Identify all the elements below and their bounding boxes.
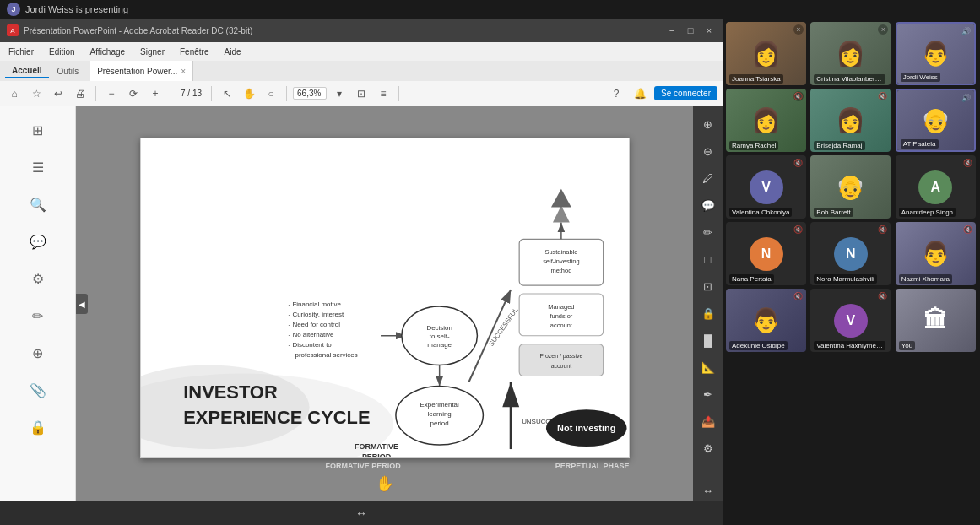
presenter-avatar: J <box>7 3 20 16</box>
svg-text:- Need for control: - Need for control <box>288 321 340 328</box>
svg-text:FORMATIVE: FORMATIVE <box>355 442 398 451</box>
menu-bar: Fichier Edition Affichage Signer Fenêtre… <box>0 42 723 61</box>
svg-text:period: period <box>430 419 448 427</box>
participant-name-0: Joanna Tsiarska <box>729 74 783 84</box>
sidebar-bookmarks[interactable]: ☰ <box>23 152 53 182</box>
bottom-bar: ↔ <box>0 501 723 525</box>
toolbar-page-prev[interactable]: ⟳ <box>124 84 143 103</box>
toolbar-print[interactable]: 🖨 <box>71 84 89 103</box>
scroll-mode[interactable]: ≡ <box>374 84 393 103</box>
close-window-button[interactable]: × <box>702 24 716 36</box>
pdf-tool-protect[interactable]: 🔒 <box>697 302 719 324</box>
doc-tab-close[interactable]: × <box>181 67 186 76</box>
participant-name-11: Nazmi Xhomara <box>899 274 952 284</box>
menu-affichage[interactable]: Affichage <box>87 46 129 58</box>
sidebar-signatures[interactable]: ✏ <box>23 300 53 331</box>
help-btn[interactable]: ? <box>607 84 625 103</box>
hand-tool[interactable]: ✋ <box>240 84 258 103</box>
se-connecter-btn[interactable]: Se connecter <box>654 86 717 100</box>
participant-mic-3: 🔇 <box>793 92 803 100</box>
participant-mic-12: 🔇 <box>793 292 803 300</box>
notifications-btn[interactable]: 🔔 <box>631 84 649 103</box>
tab-accueil[interactable]: Accueil <box>5 64 49 78</box>
svg-text:professional services: professional services <box>295 351 357 359</box>
participant-tile: 👴 AT Paatela 🔊 <box>896 89 976 152</box>
separator-5 <box>398 86 399 101</box>
participant-name-3: Ramya Rachel <box>729 141 778 150</box>
sidebar-layers[interactable]: ⊕ <box>23 338 53 368</box>
pdf-tool-zoom-in[interactable]: ⊕ <box>697 113 719 135</box>
participant-tile: 👩 × Joanna Tsiarska <box>726 22 806 85</box>
fit-page[interactable]: ⊡ <box>352 84 371 103</box>
sidebar-protect[interactable]: 🔒 <box>23 412 53 442</box>
pdf-tool-shape[interactable]: □ <box>697 248 719 270</box>
participant-name-5: AT Paatela <box>901 139 939 149</box>
participant-tile-you: 🏛 You <box>896 289 976 352</box>
toolbar: ⌂ ☆ ↩ 🖨 − ⟳ + 7 / 13 ↖ ✋ ○ 66,3% ▾ ⊡ ≡ ?… <box>0 81 723 106</box>
participant-mic-2: 🔊 <box>961 27 971 35</box>
participant-tile: V Valentina Haxhiymeri (X... 🔇 <box>810 289 891 352</box>
toolbar-back[interactable]: ↩ <box>49 84 68 103</box>
bottom-icon[interactable]: ↔ <box>355 506 367 520</box>
menu-aide[interactable]: Aide <box>220 46 244 58</box>
slide-wrapper: INVESTOR EXPERIENCE CYCLE - Financial mo… <box>140 138 630 458</box>
pdf-tool-send[interactable]: 📤 <box>697 410 719 432</box>
svg-text:- Curiosity, interest: - Curiosity, interest <box>288 311 344 318</box>
minimize-button[interactable]: − <box>665 24 679 36</box>
sidebar-comments[interactable]: 💬 <box>23 226 53 257</box>
sidebar-search[interactable]: 🔍 <box>23 189 53 219</box>
top-bar: J Jordi Weiss is presenting <box>0 0 980 19</box>
participant-mic-11: 🔇 <box>963 225 972 234</box>
separator-3 <box>211 86 212 101</box>
svg-text:account: account <box>550 363 571 369</box>
zoom-dropdown[interactable]: ▾ <box>330 84 349 103</box>
window-controls: − □ × <box>665 24 716 36</box>
pdf-tool-comment[interactable]: 💬 <box>697 194 719 216</box>
participant-tile: 👨 Adekunle Osidipe 🔇 <box>726 289 806 352</box>
window-title: Présentation PowerPoint - Adobe Acrobat … <box>24 26 660 35</box>
menu-edition[interactable]: Edition <box>46 46 79 58</box>
pdf-tool-measure[interactable]: 📐 <box>697 356 719 378</box>
doc-tab[interactable]: Présentation Power... × <box>90 61 193 81</box>
participant-grid: 👩 × Joanna Tsiarska 👩 × Cristina Vilapla… <box>726 22 977 352</box>
cursor-tool[interactable]: ↖ <box>218 84 236 103</box>
svg-text:Decision: Decision <box>426 324 452 332</box>
toolbar-bookmark[interactable]: ☆ <box>27 84 46 103</box>
menu-fichier[interactable]: Fichier <box>5 46 37 58</box>
maximize-button[interactable]: □ <box>684 24 697 36</box>
svg-text:Not investing: Not investing <box>557 423 615 433</box>
select-tool[interactable]: ○ <box>262 84 280 103</box>
pdf-tool-redact[interactable]: █ <box>697 329 719 351</box>
sidebar-thumbnails[interactable]: ⊞ <box>23 115 53 145</box>
pdf-tool-highlight[interactable]: 🖊 <box>697 167 719 189</box>
presenter-text: Jordi Weiss is presenting <box>25 4 128 14</box>
menu-signer[interactable]: Signer <box>137 46 168 58</box>
toolbar-zoom-in[interactable]: + <box>146 84 165 103</box>
scroll-indicator[interactable]: ◀ <box>76 294 88 314</box>
sidebar-tools[interactable]: ⚙ <box>23 263 53 294</box>
pdf-tool-edit[interactable]: ✏ <box>697 221 719 243</box>
pdf-expand[interactable]: ↔ <box>697 479 719 501</box>
participant-name-10: Nora Marmulashvili <box>814 274 876 284</box>
sidebar-attachments[interactable]: 📎 <box>23 375 53 405</box>
svg-text:self-investing: self-investing <box>543 257 580 265</box>
pdf-tool-fill[interactable]: ✒ <box>697 383 719 405</box>
pdf-viewer: A Présentation PowerPoint - Adobe Acroba… <box>0 19 723 525</box>
participant-mic-8: 🔇 <box>963 159 972 167</box>
zoom-level[interactable]: 66,3% <box>293 87 327 100</box>
tab-outils[interactable]: Outils <box>51 65 86 78</box>
toolbar-zoom-out[interactable]: − <box>102 84 121 103</box>
svg-text:Frozen / passive: Frozen / passive <box>539 353 582 360</box>
toolbar-home[interactable]: ⌂ <box>5 84 24 103</box>
content-area: ⊞ ☰ 🔍 💬 ⚙ ✏ ⊕ 📎 🔒 ◀ <box>0 106 723 501</box>
pdf-tool-zoom-out[interactable]: ⊖ <box>697 140 719 162</box>
svg-text:PERIOD: PERIOD <box>361 452 391 457</box>
pdf-tool-stamp[interactable]: ⊡ <box>697 275 719 297</box>
pdf-tool-settings[interactable]: ⚙ <box>697 437 719 459</box>
svg-text:- Financial motive: - Financial motive <box>288 300 341 308</box>
participant-tile: 👩 × Ramya Rachel 🔇 <box>726 89 806 152</box>
menu-fenetre[interactable]: Fenêtre <box>176 46 212 58</box>
tile-close-0[interactable]: × <box>793 24 804 35</box>
participant-name-4: Brisejda Ramaj <box>814 141 864 150</box>
main-layout: A Présentation PowerPoint - Adobe Acroba… <box>0 19 980 525</box>
